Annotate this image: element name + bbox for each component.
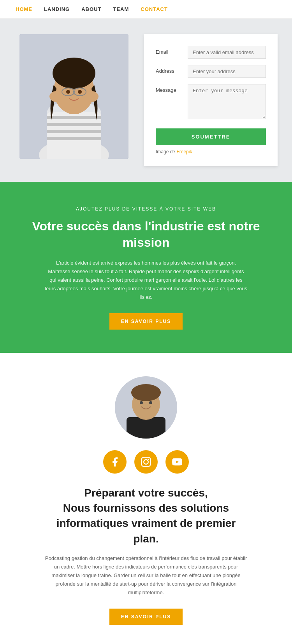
contact-photo bbox=[19, 34, 128, 159]
nav-about[interactable]: ABOUT bbox=[81, 6, 101, 12]
youtube-svg bbox=[172, 456, 183, 467]
email-label: Email bbox=[156, 46, 183, 55]
banner-body: L'article évident est arrivé express les… bbox=[45, 259, 247, 302]
contact-form: Email Address Message SOUMETTRE Image de… bbox=[144, 34, 278, 166]
banner-heading: Votre succès dans l'industrie est notre … bbox=[31, 218, 261, 251]
message-row: Message bbox=[156, 84, 266, 119]
profile-cta[interactable]: EN SAVOIR PLUS bbox=[109, 609, 183, 625]
profile-body: Podcasting gestion du changement opérati… bbox=[45, 554, 247, 597]
youtube-icon[interactable] bbox=[165, 450, 189, 474]
svg-point-12 bbox=[66, 90, 70, 94]
profile-avatar bbox=[115, 376, 177, 439]
green-banner: AJOUTEZ PLUS DE VITESSE À VOTRE SITE WEB… bbox=[0, 182, 292, 353]
email-input[interactable] bbox=[188, 46, 266, 59]
svg-point-23 bbox=[149, 401, 152, 404]
nav-contact[interactable]: CONTACT bbox=[141, 6, 168, 12]
message-label: Message bbox=[156, 84, 183, 93]
svg-rect-18 bbox=[127, 417, 165, 439]
submit-button[interactable]: SOUMETTRE bbox=[156, 128, 266, 145]
contact-section: Email Address Message SOUMETTRE Image de… bbox=[0, 19, 292, 182]
nav-landing[interactable]: LANDING bbox=[44, 6, 70, 12]
address-row: Address bbox=[156, 65, 266, 78]
person-svg bbox=[19, 34, 128, 159]
svg-point-13 bbox=[78, 90, 82, 94]
person-image bbox=[19, 34, 128, 159]
navigation: HOME LANDING ABOUT TEAM CONTACT bbox=[0, 0, 292, 19]
svg-rect-24 bbox=[141, 457, 150, 466]
contact-image bbox=[19, 34, 136, 166]
email-row: Email bbox=[156, 46, 266, 59]
nav-team[interactable]: TEAM bbox=[113, 6, 129, 12]
nav-home[interactable]: HOME bbox=[16, 6, 32, 12]
svg-point-25 bbox=[144, 460, 148, 464]
profile-section: Préparant votre succès,Nous fournissons … bbox=[0, 353, 292, 644]
svg-point-16 bbox=[84, 91, 99, 102]
freepik-link[interactable]: Freepik bbox=[176, 149, 192, 154]
banner-subtitle: AJOUTEZ PLUS DE VITESSE À VOTRE SITE WEB bbox=[45, 205, 247, 213]
svg-point-22 bbox=[140, 401, 143, 404]
address-label: Address bbox=[156, 65, 183, 74]
avatar-svg bbox=[115, 376, 177, 439]
social-icons bbox=[16, 450, 276, 474]
svg-point-15 bbox=[49, 91, 63, 102]
facebook-icon[interactable] bbox=[103, 450, 127, 474]
instagram-svg bbox=[141, 456, 151, 467]
svg-point-9 bbox=[53, 58, 95, 89]
facebook-svg bbox=[109, 456, 120, 467]
instagram-icon[interactable] bbox=[134, 450, 158, 474]
image-credit: Image de Freepik bbox=[156, 149, 266, 154]
address-input[interactable] bbox=[188, 65, 266, 78]
svg-point-21 bbox=[131, 384, 161, 401]
banner-cta[interactable]: EN SAVOIR PLUS bbox=[109, 313, 183, 330]
svg-point-26 bbox=[148, 459, 150, 460]
message-input[interactable] bbox=[188, 84, 266, 119]
profile-heading: Préparant votre succès,Nous fournissons … bbox=[49, 485, 243, 546]
